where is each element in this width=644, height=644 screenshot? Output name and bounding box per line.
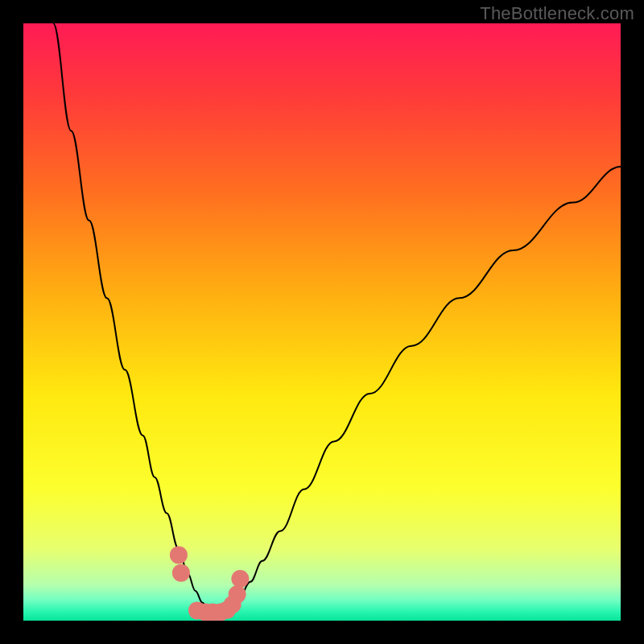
marker-point [231,570,249,588]
plot-area [23,23,621,621]
marker-point [229,585,246,603]
chart-frame: TheBottleneck.com [0,0,644,644]
watermark-text: TheBottleneck.com [480,3,634,24]
marker-point [170,546,188,564]
marker-point [172,564,190,582]
gradient-background [23,23,621,621]
chart-svg [23,23,621,621]
